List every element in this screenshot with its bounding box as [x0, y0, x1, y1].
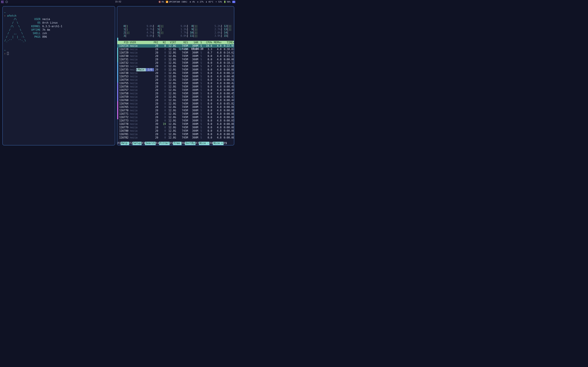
- table-row[interactable]: 116732nezia20012.8G745M300MS0.04.80:18.1…: [117, 61, 234, 65]
- cell-res: 745M: [177, 133, 189, 136]
- cell-user: nezia: [129, 105, 140, 109]
- fn-key-f9[interactable]: F9: [224, 142, 227, 145]
- cell-shr: 300M: [189, 92, 199, 95]
- cell-virt: 12.8G: [167, 105, 177, 109]
- tray-discord-icon[interactable]: [232, 1, 235, 3]
- volume-indicator[interactable]: 🔇0%: [158, 1, 164, 3]
- brightness-indicator[interactable]: ☀53%: [215, 1, 222, 3]
- cell-pri: 20: [140, 116, 159, 119]
- table-header-row[interactable]: PIDUSERPRINIVIRTRESSHRSCPU%MEM%▽TIME+: [117, 41, 234, 44]
- fn-key-f3[interactable]: F3: [142, 142, 145, 145]
- cell-time: 0:00.45: [222, 92, 234, 95]
- col-s[interactable]: S: [199, 41, 203, 44]
- taskbar-terminal-icon[interactable]: >_: [1, 0, 4, 3]
- cell-virt: 12.8G: [167, 119, 177, 122]
- table-row[interactable]: 116760nezia20012.8G745M300MS0.04.80:00.4…: [117, 99, 234, 102]
- fn-key-f6[interactable]: F6: [182, 142, 185, 145]
- fn-key-f8[interactable]: F8: [209, 142, 213, 145]
- fn-key-f1[interactable]: F1: [117, 142, 121, 145]
- table-row[interactable]: 116753nezia20012.8G745M300MS0.04.80:00.4…: [117, 75, 234, 78]
- cell-shr: 300M: [189, 85, 199, 88]
- table-row[interactable]: 116764nezia20012.8G745M300MS0.04.80:05.8…: [117, 102, 234, 105]
- table-row[interactable]: 116770nezia20012.8G745M300MS0.04.80:00.0…: [117, 109, 234, 112]
- table-row[interactable]: 116772nezia20012.8G745M300MS0.04.80:00.0…: [117, 116, 234, 119]
- fn-label-f1[interactable]: Help: [121, 142, 129, 145]
- cell-cpu: 0.0: [203, 109, 213, 112]
- table-row[interactable]: 116779nezia20012.8G745M300MS0.04.80:00.0…: [117, 126, 234, 129]
- cell-user: nezia: [129, 58, 140, 61]
- cell-mem: 4.8: [213, 116, 222, 119]
- table-row[interactable]: 116759nezia20012.8G745M300MS0.04.80:00.4…: [117, 95, 234, 99]
- table-row[interactable]: 116755nezia20012.8G745M300MS0.04.80:00.4…: [117, 82, 234, 85]
- col-mem[interactable]: MEM%▽: [213, 41, 222, 44]
- temp-indicator[interactable]: 🌡45°C: [205, 1, 213, 3]
- cell-pri: 20: [140, 109, 159, 112]
- taskbar-firefox-icon[interactable]: [5, 1, 8, 3]
- battery-indicator[interactable]: 🔋98%: [224, 1, 231, 3]
- wifi-indicator[interactable]: 📶UPC59F3A0 (88%): [166, 1, 187, 3]
- cell-res: 745M: [177, 65, 189, 68]
- table-row[interactable]: 116757nezia20012.8G745M300MS0.04.80:00.4…: [117, 88, 234, 92]
- table-row[interactable]: 116756nezia20012.8G745M300MS0.04.80:00.4…: [117, 85, 234, 88]
- fn-label-f4[interactable]: Filter: [159, 142, 170, 145]
- cell-time: 0:14.62: [222, 51, 234, 54]
- clock[interactable]: 15:52: [115, 0, 121, 3]
- table-row[interactable]: 116730nezia20012.8G745M300MS0.04.80:01.3…: [117, 54, 234, 58]
- table-row[interactable]: 116735nezia20012.8G745M300MS0.04.80:00.0…: [117, 68, 234, 71]
- fn-key-f4[interactable]: F4: [156, 142, 159, 145]
- table-row[interactable]: 116724nezia20012.8G745M300MS19.64.89:22.…: [117, 44, 234, 48]
- col-time[interactable]: TIME+: [222, 41, 234, 44]
- col-pri[interactable]: PRI: [140, 41, 159, 44]
- cell-shr: 300M: [189, 61, 199, 65]
- mem-indicator[interactable]: ≡27%: [197, 1, 203, 3]
- col-ni[interactable]: NI: [159, 41, 167, 44]
- fn-key-f5[interactable]: F5: [170, 142, 173, 145]
- col-pid[interactable]: PID: [117, 41, 129, 44]
- col-res[interactable]: RES: [177, 41, 189, 44]
- table-row[interactable]: 116782nezia20012.8G745M300MS0.04.80:00.0…: [117, 136, 234, 139]
- cell-virt: 12.8G: [167, 85, 177, 88]
- fn-label-f2[interactable]: Setup: [132, 142, 142, 145]
- table-row[interactable]: 116731nezia20012.8G745M300MS0.04.80:00.0…: [117, 58, 234, 61]
- table-row[interactable]: 116738nezia20012.8G745M300MS0.04.80:00.1…: [117, 71, 234, 75]
- process-table[interactable]: PIDUSERPRINIVIRTRESSHRSCPU%MEM%▽TIME+ 11…: [117, 41, 234, 139]
- table-row[interactable]: 116754nezia20012.8G745M300MS0.04.80:00.5…: [117, 78, 234, 82]
- col-user[interactable]: USER: [129, 41, 140, 44]
- cell-virt: 12.8G: [167, 99, 177, 102]
- table-row[interactable]: 116778nezia391912.8G745M300MS0.04.80:00.…: [117, 122, 234, 126]
- cell-time: 0:00.48: [222, 85, 234, 88]
- table-row[interactable]: 116773nezia20012.8G745M300MS0.04.80:00.0…: [117, 119, 234, 122]
- col-virt[interactable]: VIRT: [167, 41, 177, 44]
- fn-key-f7[interactable]: F7: [196, 142, 199, 145]
- cell-shr: 300M: [189, 112, 199, 116]
- table-row[interactable]: 116771nezia20012.8G745M300MS0.04.80:00.0…: [117, 112, 234, 116]
- table-row[interactable]: 116733nezia20012.8G745M300MS0.74.80:12.0…: [117, 65, 234, 68]
- cell-s: S: [199, 48, 203, 51]
- fn-key-f2[interactable]: F2: [129, 142, 132, 145]
- fn-label-f7[interactable]: Nice -: [199, 142, 209, 145]
- table-row[interactable]: 116780nezia20012.8G745M300MS0.04.80:00.0…: [117, 129, 234, 133]
- table-row[interactable]: 116781nezia20012.8G745M300MS0.04.80:00.0…: [117, 133, 234, 136]
- fn-label-f5[interactable]: Tree: [173, 142, 182, 145]
- fn-label-f3[interactable]: Search: [145, 142, 156, 145]
- cell-shr: 300M: [189, 71, 199, 75]
- cell-user: nezia: [129, 112, 140, 116]
- table-row[interactable]: 116758nezia20012.8G745M300MS0.04.80:00.4…: [117, 92, 234, 95]
- col-cpu[interactable]: CPU%: [203, 41, 213, 44]
- col-shr[interactable]: SHR: [189, 41, 199, 44]
- cell-ni: 0: [159, 65, 167, 68]
- fn-label-f8[interactable]: Nice +: [213, 142, 223, 145]
- cell-pri: 20: [140, 99, 159, 102]
- cell-cpu: 0.7: [203, 51, 213, 54]
- table-row[interactable]: 116765nezia20012.8G745M300MS0.04.80:00.0…: [117, 105, 234, 109]
- table-row[interactable]: 116729nezia20012.8G745M300MS0.74.80:14.6…: [117, 51, 234, 54]
- table-row[interactable]: 116728nezia20012.8G745M300MS3.34.80:38.0…: [117, 48, 234, 51]
- fn-label-f6[interactable]: SortBy: [185, 142, 196, 145]
- cell-time: 0:00.44: [222, 88, 234, 92]
- cpu-meter-9: 9[|| 2.7%]: [190, 28, 222, 31]
- terminal-pane-right-htop[interactable]: 0[| 9.0%] 4[|| 9.6%] 8[|| 5.2%]12[|| 2.0…: [117, 6, 234, 145]
- terminal-pane-left[interactable]: ~ › afetch /\ USER nezia / \ OS Arch Lin…: [2, 6, 115, 145]
- cpu-indicator[interactable]: ⚙4%: [189, 1, 195, 3]
- cell-pid: 116755: [117, 82, 129, 85]
- cell-time: 0:38.07: [222, 48, 234, 51]
